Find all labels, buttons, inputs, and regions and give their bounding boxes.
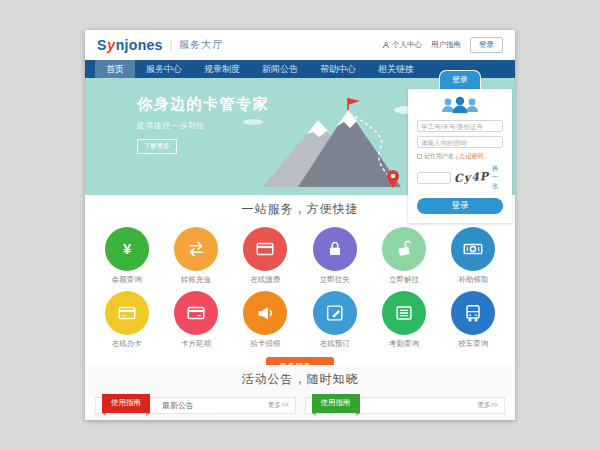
- login-tab[interactable]: 登录: [439, 70, 481, 89]
- nav-item-home[interactable]: 首页: [95, 60, 135, 78]
- lock-icon: [324, 238, 346, 260]
- header-divider: |: [170, 40, 173, 51]
- captcha-input[interactable]: [417, 172, 451, 184]
- megaphone-icon: [254, 302, 276, 324]
- svg-text:¥: ¥: [123, 241, 132, 257]
- remember-label: 记住用户名: [424, 152, 454, 161]
- logo-accent: y: [107, 37, 115, 53]
- hero-banner: 你身边的卡管专家 提供捷径一步到位 了解更多 登录: [85, 78, 515, 195]
- attendance-list-icon: [393, 302, 415, 324]
- announcements-title: 活动公告，随时知晓: [85, 371, 515, 388]
- guide-panel-right: 使用指南 更多>>: [305, 397, 506, 414]
- nav-item-news[interactable]: 新闻公告: [251, 60, 309, 78]
- mountain-illustration: [223, 92, 433, 192]
- logo-text: S: [97, 37, 107, 53]
- usage-guide-ribbon[interactable]: 使用指南: [102, 394, 150, 413]
- captcha-image: Cy4P: [454, 170, 490, 185]
- synjones-logo[interactable]: Synjones: [97, 37, 163, 53]
- login-panel: 登录 记住用户名 | 忘记密码: [408, 70, 512, 223]
- guide-panel-left: 使用指南 最新公告 更多>>: [95, 397, 296, 414]
- forgot-password-link[interactable]: 忘记密码: [460, 152, 484, 161]
- transfer-arrows-icon: [185, 238, 207, 260]
- yen-icon: ¥: [116, 238, 138, 260]
- remember-checkbox[interactable]: [417, 154, 422, 159]
- nav-item-service-center[interactable]: 服务中心: [135, 60, 193, 78]
- latest-announcements-tab[interactable]: 最新公告: [162, 400, 194, 411]
- unlock-icon: [393, 238, 415, 260]
- login-submit-button[interactable]: 登录: [417, 198, 503, 214]
- bank-card-icon: [116, 302, 138, 324]
- options-separator: |: [456, 154, 458, 160]
- usage-guide-ribbon[interactable]: 使用指南: [312, 394, 360, 413]
- service-card-extension[interactable]: 卡片延期: [161, 291, 230, 349]
- personal-center-link[interactable]: 个人中心: [382, 40, 422, 50]
- nav-item-help[interactable]: 帮助中心: [309, 60, 367, 78]
- announcements-section: 活动公告，随时知晓 使用指南 最新公告 更多>> 使用指南 更多>>: [85, 365, 515, 420]
- account-input[interactable]: [417, 120, 503, 132]
- nav-item-rules[interactable]: 规章制度: [193, 60, 251, 78]
- bus-icon: [462, 302, 484, 324]
- brand-suffix: 服务大厅: [179, 38, 223, 52]
- service-found-card-claim[interactable]: 拾卡招领: [231, 291, 300, 349]
- top-header: Synjones | 服务大厅 个人中心 用户指南 登录: [85, 30, 515, 60]
- header-login-button[interactable]: 登录: [470, 37, 503, 53]
- services-grid: ¥ 余额查询 转账充值 在线缴费 立即挂失: [92, 227, 508, 349]
- hero-cta-button[interactable]: 了解更多: [137, 139, 177, 154]
- service-online-card-apply[interactable]: 在线办卡: [92, 291, 161, 349]
- service-attendance-inquiry[interactable]: 考勤查询: [369, 291, 438, 349]
- service-online-booking[interactable]: 在线预订: [300, 291, 369, 349]
- service-subsidy-collect[interactable]: 补助领取: [439, 227, 508, 285]
- more-link[interactable]: 更多>>: [268, 401, 289, 410]
- bank-card-icon: [254, 238, 276, 260]
- password-input[interactable]: [417, 136, 503, 148]
- service-remove-loss[interactable]: 立即解挂: [369, 227, 438, 285]
- banknote-icon: [462, 238, 484, 260]
- logo-text: njones: [116, 37, 163, 53]
- service-online-payment[interactable]: 在线缴费: [231, 227, 300, 285]
- portal-page: Synjones | 服务大厅 个人中心 用户指南 登录 首页 服务中心 规章制…: [85, 30, 515, 420]
- bank-card-icon: [185, 302, 207, 324]
- service-report-loss[interactable]: 立即挂失: [300, 227, 369, 285]
- users-avatar-icon: [417, 96, 503, 114]
- service-balance-inquiry[interactable]: ¥ 余额查询: [92, 227, 161, 285]
- service-school-bus-inquiry[interactable]: 校车查询: [439, 291, 508, 349]
- user-icon: [382, 41, 390, 49]
- edit-icon: [324, 302, 346, 324]
- user-guide-link[interactable]: 用户指南: [431, 40, 461, 50]
- captcha-refresh-link[interactable]: 换一张: [492, 164, 503, 191]
- more-link[interactable]: 更多>>: [477, 401, 498, 410]
- service-transfer-recharge[interactable]: 转账充值: [161, 227, 230, 285]
